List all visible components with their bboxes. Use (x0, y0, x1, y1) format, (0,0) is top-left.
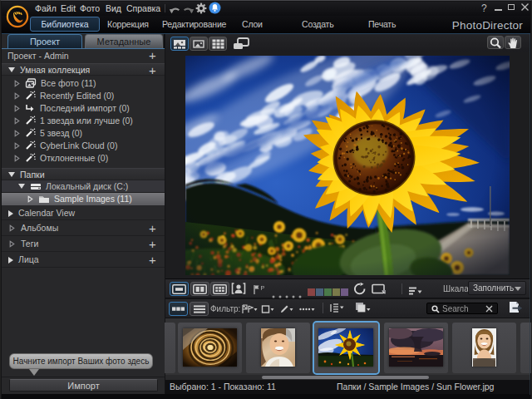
svg-text:P: P (261, 285, 265, 291)
